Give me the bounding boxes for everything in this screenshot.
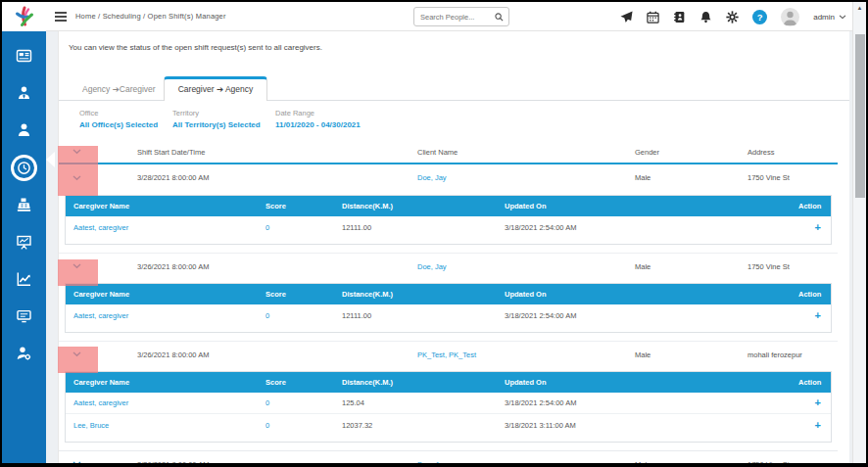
sidebar-item-clients[interactable] — [2, 112, 46, 149]
shift-group-row: 3/26/2021 8:00:00 AM Doe, Jay Male 1750 … — [59, 253, 838, 279]
caregiver-icon — [16, 85, 32, 101]
caregiver-name-link[interactable]: Aatest, caregiver — [66, 398, 265, 407]
sidebar-item-forms[interactable] — [2, 298, 46, 335]
chevron-down-icon — [839, 15, 846, 20]
col-client-name: Client Name — [417, 148, 635, 157]
tab-bar: Agency ➔Caregiver Caregiver ➔ Agency — [59, 72, 849, 101]
caregiver-name-link[interactable]: Aatest, caregiver — [66, 311, 265, 320]
office-filter-value[interactable]: All Office(s) Selected — [79, 120, 172, 129]
date-range-filter-label: Date Range — [275, 109, 361, 117]
subcol-action: Action — [798, 378, 831, 387]
sidebar-item-scheduling[interactable] — [2, 149, 46, 186]
scroll-up-button[interactable]: ▲ — [853, 2, 866, 14]
date-range-filter-value[interactable]: 11/01/2020 - 04/30/2021 — [275, 120, 361, 129]
user-name: admin — [813, 13, 835, 22]
menu-toggle-icon[interactable] — [55, 10, 67, 23]
row-expand-chevron-icon[interactable] — [59, 461, 137, 467]
notebook-icon[interactable] — [673, 11, 686, 23]
client-link[interactable]: Doe, Jay — [417, 262, 635, 271]
dashboard-icon — [16, 48, 32, 64]
add-action-button[interactable]: + — [798, 310, 831, 321]
territory-filter-value[interactable]: All Territory(s) Selected — [172, 120, 275, 129]
avatar-person-icon — [781, 8, 799, 26]
caregiver-subtable-header: Caregiver Name Score Distance(K.M.) Upda… — [66, 196, 831, 216]
col-address: Address — [747, 148, 838, 157]
highlight-annotation — [58, 146, 98, 196]
tab-agency-to-caregiver[interactable]: Agency ➔Caregiver — [78, 78, 160, 100]
client-link[interactable]: Doe, Jay — [417, 460, 635, 467]
gender-cell: Male — [635, 460, 747, 467]
updated-on-cell: 3/18/2021 3:11:00 AM — [505, 421, 798, 430]
app-logo[interactable] — [2, 2, 46, 31]
open-shifts-table: Shift Start Date/Time Client Name Gender… — [59, 141, 838, 467]
subcol-caregiver-name: Caregiver Name — [66, 378, 265, 387]
caregiver-row: Aatest, caregiver 0 125.04 3/18/2021 2:5… — [66, 393, 831, 414]
shift-start-cell: 3/26/2021 8:00:00 AM — [137, 262, 417, 271]
sidebar-item-dashboard[interactable] — [2, 37, 46, 74]
updated-on-cell: 3/18/2021 2:54:00 AM — [505, 311, 798, 320]
sidebar-item-user-admin[interactable] — [2, 335, 46, 372]
add-action-button[interactable]: + — [798, 397, 831, 408]
user-admin-icon — [16, 346, 32, 361]
sidebar-item-reports[interactable] — [2, 260, 46, 298]
add-action-button[interactable]: + — [798, 420, 831, 431]
caregiver-subtable: Caregiver Name Score Distance(K.M.) Upda… — [65, 195, 832, 245]
shift-group: 3/26/2021 8:00:00 AM Doe, Jay Male 1750 … — [59, 253, 838, 333]
gear-icon[interactable] — [726, 11, 739, 23]
caregiver-row: Aatest, caregiver 0 12111.00 3/18/2021 2… — [66, 304, 831, 326]
caregiver-row: Aatest, caregiver 0 12111.00 3/18/2021 2… — [66, 216, 831, 238]
date-range-filter: Date Range 11/01/2020 - 04/30/2021 — [275, 109, 361, 129]
sidebar-item-caregivers[interactable] — [2, 74, 46, 112]
client-link[interactable]: PK_Test, PK_Test — [417, 350, 635, 359]
territory-filter-label: Territory — [172, 109, 275, 117]
user-menu[interactable]: admin — [813, 13, 846, 22]
client-link[interactable]: Doe, Jay — [417, 173, 635, 182]
subcol-distance: Distance(K.M.) — [342, 378, 505, 387]
client-icon — [16, 122, 32, 138]
billing-icon — [16, 197, 32, 212]
scrollbar-thumb[interactable] — [855, 34, 865, 198]
address-cell: 1750 Vine St — [747, 460, 838, 467]
score-link[interactable]: 0 — [265, 398, 342, 407]
highlight-annotation — [58, 259, 98, 286]
address-cell: 1750 Vine St — [747, 173, 838, 182]
score-link[interactable]: 0 — [265, 223, 342, 232]
subcol-updated-on: Updated On — [505, 378, 798, 387]
header-actions: ? admin — [620, 2, 846, 31]
reports-chart-icon — [16, 271, 32, 287]
search-icon[interactable] — [495, 13, 504, 22]
search-people-box — [413, 7, 509, 26]
subcol-score: Score — [265, 290, 342, 299]
avatar[interactable] — [781, 8, 799, 26]
app-window: Home / Scheduling / Open Shift(s) Manage… — [0, 0, 868, 467]
sidebar-item-training[interactable] — [2, 223, 46, 260]
help-icon[interactable]: ? — [752, 10, 767, 24]
bell-icon[interactable] — [699, 11, 712, 23]
page-description: You can view the status of the open shif… — [59, 31, 849, 52]
score-link[interactable]: 0 — [265, 421, 342, 430]
score-link[interactable]: 0 — [265, 311, 342, 320]
distance-cell: 12111.00 — [342, 311, 505, 320]
distance-cell: 12111.00 — [342, 223, 505, 232]
add-action-button[interactable]: + — [798, 222, 831, 233]
sidebar-item-billing[interactable] — [2, 186, 46, 223]
caregiver-name-link[interactable]: Lee, Bruce — [66, 421, 265, 430]
forms-monitor-icon — [16, 308, 32, 324]
breadcrumb[interactable]: Home / Scheduling / Open Shift(s) Manage… — [75, 12, 226, 21]
filter-bar: Office All Office(s) Selected Territory … — [59, 101, 849, 129]
caregiver-subtable-header: Caregiver Name Score Distance(K.M.) Upda… — [66, 372, 831, 393]
subcol-action: Action — [798, 202, 831, 210]
shift-start-cell: 3/26/2021 8:00:00 AM — [137, 460, 417, 467]
tab-caregiver-to-agency[interactable]: Caregiver ➔ Agency — [164, 76, 268, 101]
col-shift-start: Shift Start Date/Time — [137, 148, 417, 157]
territory-filter: Territory All Territory(s) Selected — [172, 109, 275, 129]
search-input[interactable] — [414, 13, 495, 22]
logo-icon — [13, 5, 36, 28]
training-board-icon — [16, 234, 32, 250]
caregiver-row: Lee, Bruce 0 12037.32 3/18/2021 3:11:00 … — [66, 414, 831, 436]
caregiver-name-link[interactable]: Aatest, caregiver — [66, 223, 265, 232]
shift-start-cell: 3/26/2021 8:00:00 AM — [137, 350, 417, 359]
calendar-icon[interactable] — [647, 11, 659, 23]
send-icon[interactable] — [620, 11, 633, 23]
updated-on-cell: 3/18/2021 2:54:00 AM — [505, 223, 798, 232]
